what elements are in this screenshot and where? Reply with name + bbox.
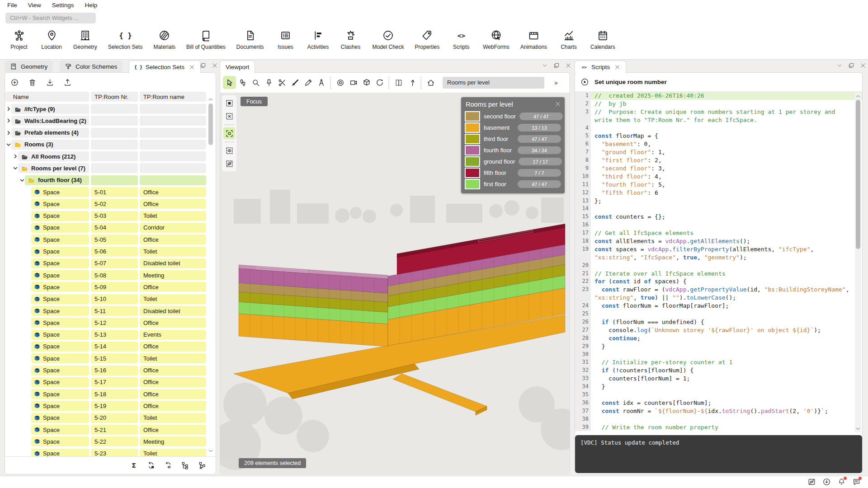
tree-space-row[interactable]: Space5-14Office (5, 342, 209, 352)
close-icon[interactable] (212, 62, 218, 69)
look-at-tool-button[interactable] (334, 76, 347, 89)
chevron-down-icon[interactable] (6, 142, 11, 147)
deselect-tool-button[interactable] (223, 110, 235, 122)
menu-view[interactable]: View (24, 1, 46, 9)
tab-color-schemes[interactable]: Color Schemes (59, 61, 123, 72)
toolbar-item-activities[interactable]: Activities (302, 26, 335, 50)
tree-folder-row[interactable]: Walls:LoadBearing (2) (5, 116, 209, 126)
toolbar-item-project[interactable]: Project (3, 26, 35, 50)
legend-row[interactable]: fifth floor7 / 7 (465, 167, 561, 178)
toolbar-more-button[interactable]: » (554, 79, 558, 86)
column-header-room-nr[interactable]: TP:Room Nr. (91, 92, 138, 102)
sync-selection-button[interactable] (146, 460, 156, 470)
menu-help[interactable]: Help (80, 1, 102, 9)
tree-space-row[interactable]: Space5-13Events (5, 330, 209, 340)
legend-row[interactable]: third floor47 / 47 (465, 133, 561, 145)
export-button[interactable] (61, 75, 74, 89)
column-header-name[interactable]: Name (5, 92, 89, 102)
tree-space-row[interactable]: Space5-17Office (5, 377, 209, 387)
menu-file[interactable]: File (3, 1, 22, 9)
clear-hierarchy-button[interactable] (198, 460, 208, 470)
tree-space-row[interactable]: Space5-03Toilet (5, 211, 209, 221)
tree-space-row[interactable]: Space5-15Toilet (5, 353, 209, 363)
toolbar-overflow-chevron-icon[interactable] (854, 29, 862, 36)
scroll-down-icon[interactable] (208, 448, 214, 454)
tree-space-row[interactable]: Space5-23Toilet (5, 449, 209, 457)
tree-space-row[interactable]: Space5-10Toilet (5, 294, 209, 304)
toolbar-item-clashes[interactable]: Clashes (335, 26, 367, 50)
chevron-down-icon[interactable] (542, 62, 548, 69)
chevron-right-icon[interactable] (6, 106, 11, 112)
legend-row[interactable]: basement13 / 13 (465, 122, 561, 133)
tree-folder-row[interactable]: Prefab elements (4) (5, 128, 209, 138)
tab-geometry[interactable]: Geometry (5, 61, 53, 72)
toolbar-item-selection-sets[interactable]: { }Selection Sets (103, 26, 148, 50)
legend-row[interactable]: first floor47 / 47 (465, 178, 561, 190)
tree-space-row[interactable]: Space5-08Meeting (5, 270, 209, 280)
float-window-icon[interactable] (553, 62, 560, 69)
add-selection-set-button[interactable] (8, 75, 21, 89)
tree-space-row[interactable]: Space5-18Office (5, 389, 209, 399)
toolbar-item-animations[interactable]: Animations (515, 26, 552, 50)
tree-space-row[interactable]: Space5-04Corridor (5, 223, 209, 233)
tab-close-icon[interactable] (614, 64, 620, 70)
focus-selection-tool-button[interactable] (223, 127, 235, 139)
tree-folder-row[interactable]: fourth floor (34) (5, 175, 209, 185)
orbit-cube-tool-button[interactable] (360, 76, 373, 89)
tree-space-row[interactable]: Space5-21Office (5, 425, 209, 435)
code-scrollbar[interactable] (855, 93, 861, 432)
viewport-3d-canvas[interactable]: Focus Rooms per level second floor47 / 4… (220, 93, 570, 474)
menu-settings[interactable]: Settings (47, 1, 79, 9)
toolbar-item-charts[interactable]: Charts (552, 26, 585, 50)
tree-scrollbar[interactable] (208, 93, 214, 455)
walk-select-tool-button[interactable] (236, 76, 249, 89)
tab-scripts[interactable]: <> Scripts (575, 61, 626, 73)
home-view-tool-button[interactable] (424, 76, 437, 89)
scroll-down-icon[interactable] (855, 426, 861, 432)
column-header-room-name[interactable]: TP:Room name (140, 92, 206, 102)
select-all-tool-button[interactable] (223, 97, 235, 109)
widget-search-input[interactable]: Ctrl+W - Search Widgets ... (5, 13, 96, 23)
run-script-icon[interactable] (580, 78, 589, 86)
hide-selection-tool-button[interactable] (223, 158, 235, 169)
tab-viewport[interactable]: Viewport (220, 61, 255, 73)
legend-row[interactable]: fourth floor34 / 34 (465, 145, 561, 156)
tree-space-row[interactable]: Space5-20Toilet (5, 413, 209, 423)
import-button[interactable] (43, 75, 57, 89)
clip-box-tool-button[interactable] (392, 76, 405, 89)
aggregate-button[interactable]: Σ (129, 460, 139, 470)
sync-visibility-button[interactable] (163, 460, 173, 470)
zoom-tool-button[interactable] (249, 76, 262, 89)
chevron-down-icon[interactable] (13, 165, 18, 171)
section-view-tool-button[interactable] (347, 76, 360, 89)
visibility-status-icon[interactable] (807, 478, 816, 486)
legend-row[interactable]: ground floor17 / 17 (465, 156, 561, 167)
pin-tool-button[interactable] (262, 76, 275, 89)
tree-space-row[interactable]: Space5-09Office (5, 282, 209, 292)
markup-tool-button[interactable] (302, 76, 315, 89)
tab-selection-sets[interactable]: { }Selection Sets (129, 61, 201, 73)
toolbar-item-issues[interactable]: Issues (269, 26, 302, 50)
toolbar-item-documents[interactable]: Documents (231, 26, 269, 50)
chevron-right-icon[interactable] (6, 130, 11, 136)
tree-space-row[interactable]: Space5-22Meeting (5, 436, 209, 446)
tree-space-row[interactable]: Space5-19Office (5, 401, 209, 411)
tree-folder-row[interactable]: All Rooms (212) (5, 151, 209, 161)
tree-folder-row[interactable]: Rooms per level (7) (5, 163, 209, 173)
show-selection-tool-button[interactable] (223, 145, 235, 156)
focus-button[interactable]: Focus (241, 97, 268, 106)
tab-close-icon[interactable] (189, 64, 195, 70)
tree-space-row[interactable]: Space5-16Office (5, 366, 209, 375)
tree-space-row[interactable]: Space5-11Disabled toilet (5, 306, 209, 316)
sync-status-icon[interactable] (822, 478, 831, 486)
messages-icon[interactable] (852, 478, 861, 486)
slice-tool-button[interactable] (288, 76, 302, 89)
scrollbar-thumb[interactable] (208, 103, 213, 145)
color-scheme-select[interactable]: Rooms per level (443, 77, 544, 89)
delete-selection-set-button[interactable] (25, 75, 39, 89)
tree-space-row[interactable]: Space5-02Office (5, 199, 209, 209)
float-window-icon[interactable] (200, 62, 206, 69)
notifications-icon[interactable] (837, 478, 846, 486)
toolbar-item-bill-of-quantities[interactable]: Bill of Quantities (181, 26, 231, 50)
tree-folder-row[interactable]: Rooms (3) (5, 140, 209, 150)
